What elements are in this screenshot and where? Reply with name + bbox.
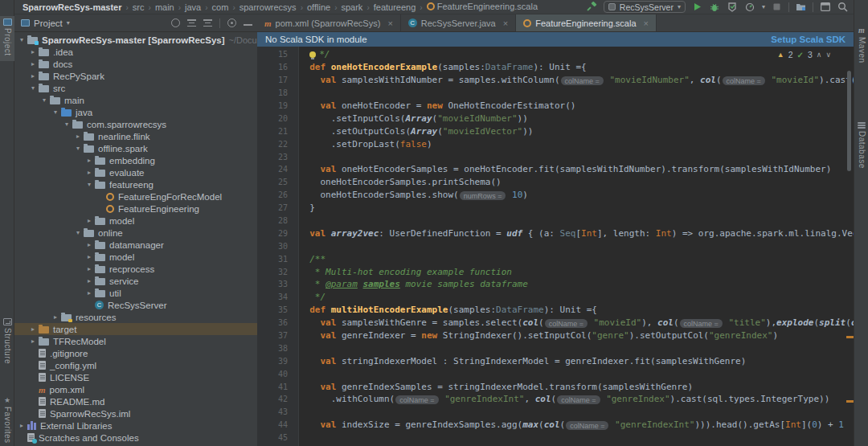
tree-toggle-icon[interactable]: ▸ xyxy=(85,169,93,176)
tree-item[interactable]: ▸TFRecModel xyxy=(14,335,257,347)
tree-toggle-icon[interactable]: ▸ xyxy=(29,338,37,345)
tree-toggle-icon[interactable]: ▸ xyxy=(29,72,37,80)
tree-toggle-icon[interactable]: ▸ xyxy=(29,60,37,68)
profiler-dropdown-icon[interactable]: ▾ xyxy=(762,3,765,10)
locate-file-icon[interactable] xyxy=(171,18,180,27)
breadcrumb-item[interactable]: featureeng xyxy=(374,2,416,12)
error-stripe-mark[interactable] xyxy=(846,400,854,403)
project-view-dropdown-icon[interactable]: ▾ xyxy=(67,19,70,27)
code-line[interactable]: 18 xyxy=(257,87,854,100)
tool-button-favorites[interactable]: ★ Favorites xyxy=(0,397,14,444)
tree-toggle-icon[interactable]: ▸ xyxy=(29,48,37,55)
prev-problem-icon[interactable]: ∧ xyxy=(817,51,822,59)
tree-item[interactable]: ▸service xyxy=(14,275,257,287)
code-line[interactable]: 42 .withColumn(colName = "genreIndexInt"… xyxy=(257,393,854,406)
tree-item[interactable]: ▸util xyxy=(14,287,257,299)
tree-toggle-icon[interactable]: ▸ xyxy=(85,241,93,248)
tree-item[interactable]: FeatureEngineering xyxy=(14,203,257,215)
code-line[interactable]: 38 xyxy=(257,342,854,354)
tree-item[interactable]: ▾java xyxy=(14,106,257,118)
code-editor[interactable]: 15 */16 def oneHotEncoderExample(samples… xyxy=(257,47,854,446)
code-line[interactable]: 16 def oneHotEncoderExample(samples:Data… xyxy=(257,61,854,74)
tree-toggle-icon[interactable]: ▾ xyxy=(51,108,59,116)
tree-item[interactable]: LICENSE xyxy=(14,371,257,383)
hide-panel-icon[interactable] xyxy=(244,24,252,26)
tree-toggle-icon[interactable]: ▾ xyxy=(74,229,82,236)
stop-icon[interactable] xyxy=(771,1,783,13)
breadcrumb-item[interactable]: sparrowrecsys xyxy=(240,2,297,12)
code-line[interactable]: 39 val stringIndexerModel : StringIndexe… xyxy=(257,354,854,367)
tree-item[interactable]: ▾src xyxy=(14,82,257,94)
close-icon[interactable]: × xyxy=(503,18,508,28)
tree-toggle-icon[interactable]: ▸ xyxy=(18,422,26,429)
tree-item[interactable]: ▸docs xyxy=(14,58,257,70)
run-config-selector[interactable]: RecSysServer ▾ xyxy=(604,1,686,13)
next-problem-icon[interactable]: ∨ xyxy=(825,51,831,59)
tree-toggle-icon[interactable]: ▸ xyxy=(74,133,82,140)
intention-bulb-icon[interactable] xyxy=(309,51,316,58)
code-line[interactable]: 43 xyxy=(257,406,854,419)
tree-item[interactable]: ▸nearline.flink xyxy=(14,130,257,142)
tree-item[interactable]: ▾main xyxy=(14,94,257,106)
tree-toggle-icon[interactable]: ▾ xyxy=(18,36,26,43)
code-line[interactable]: 27 } xyxy=(257,202,854,215)
tree-item[interactable]: ▸recprocess xyxy=(14,263,257,275)
tree-toggle-icon[interactable]: ▾ xyxy=(63,121,71,128)
tree-toggle-icon[interactable]: ▸ xyxy=(51,313,59,321)
code-line[interactable]: 24 val oneHotEncoderSamples = oneHotEnco… xyxy=(257,163,854,176)
code-line[interactable]: 23 xyxy=(257,150,854,163)
close-icon[interactable]: × xyxy=(644,18,649,28)
tree-item[interactable]: ▸model xyxy=(14,251,257,263)
tree-item[interactable]: ▸target xyxy=(14,323,257,335)
code-line[interactable]: 21 .setOutputCols(Array("movieIdVector")… xyxy=(257,125,854,137)
run-with-coverage-icon[interactable] xyxy=(727,1,739,13)
tree-item[interactable]: .gitignore xyxy=(14,347,257,359)
tool-button-project[interactable]: Project xyxy=(0,16,14,61)
code-line[interactable]: 35 def multiHotEncoderExample(samples:Da… xyxy=(257,304,854,317)
code-line[interactable]: 15 */ xyxy=(257,48,854,61)
breadcrumb-item[interactable]: src xyxy=(133,2,145,12)
breadcrumb-item[interactable]: SparrowRecSys-master xyxy=(23,2,122,12)
editor-scrollbar[interactable] xyxy=(847,71,851,171)
tree-toggle-icon[interactable]: ▸ xyxy=(29,325,37,333)
tree-item[interactable]: ▸.idea xyxy=(14,46,257,58)
breadcrumb-item[interactable]: java xyxy=(185,2,201,12)
tree-toggle-icon[interactable]: ▾ xyxy=(29,84,37,92)
tree-item[interactable]: mpom.xml xyxy=(14,383,257,395)
terminal-window-icon[interactable] xyxy=(819,1,831,13)
code-line[interactable]: 40 xyxy=(257,367,854,380)
tool-button-structure[interactable]: Structure xyxy=(0,318,14,364)
code-line[interactable]: 41 val genreIndexSamples = stringIndexer… xyxy=(257,380,854,393)
tree-item[interactable]: ▸RecPySpark xyxy=(14,70,257,82)
editor-tab[interactable]: CRecSysServer.java× xyxy=(401,14,516,31)
tree-toggle-icon[interactable]: ▾ xyxy=(74,145,82,152)
code-line[interactable]: 44 val indexSize = genreIndexSamples.agg… xyxy=(257,419,854,432)
tree-item[interactable]: ▸embedding xyxy=(14,154,257,166)
editor-tab[interactable]: FeatureEngineering.scala× xyxy=(516,14,657,31)
breadcrumb-item[interactable]: offline xyxy=(307,2,330,12)
code-line[interactable]: 36 val samplesWithGenre = samples.select… xyxy=(257,317,854,329)
tree-toggle-icon[interactable]: ▸ xyxy=(85,253,93,260)
tree-item[interactable]: ▸evaluate xyxy=(14,166,257,178)
tree-item[interactable]: ▸datamanager xyxy=(14,239,257,251)
tree-toggle-icon[interactable]: ▾ xyxy=(40,96,48,104)
breadcrumb-item[interactable]: main xyxy=(155,2,174,12)
code-line[interactable]: 17 val samplesWithIdNumber = samples.wit… xyxy=(257,74,854,87)
code-line[interactable]: 20 .setInputCols(Array("movieIdNumber")) xyxy=(257,112,854,125)
code-line[interactable]: 19 val oneHotEncoder = new OneHotEncoder… xyxy=(257,100,854,113)
code-line[interactable]: 31 /** xyxy=(257,252,854,265)
code-line[interactable]: 29 val array2vec: UserDefinedFunction = … xyxy=(257,227,854,239)
tree-item[interactable]: README.md xyxy=(14,395,257,407)
project-panel-title[interactable]: Project xyxy=(34,18,63,28)
project-structure-icon[interactable] xyxy=(795,1,807,13)
code-line[interactable]: 37 val genreIndexer = new StringIndexer(… xyxy=(257,329,854,342)
tree-toggle-icon[interactable]: ▸ xyxy=(85,289,93,297)
code-line[interactable]: 26 oneHotEncoderSamples.show(numRows = 1… xyxy=(257,189,854,202)
code-line[interactable]: 28 xyxy=(257,215,854,227)
inspections-widget[interactable]: ▲2 ✓3 ∧ ∨ xyxy=(777,50,831,59)
build-hammer-icon[interactable] xyxy=(586,1,598,13)
tree-item[interactable]: FeatureEngForRecModel xyxy=(14,190,257,203)
breadcrumb-item[interactable]: com xyxy=(212,2,229,12)
tree-toggle-icon[interactable]: ▸ xyxy=(85,277,93,284)
run-icon[interactable] xyxy=(691,1,703,13)
